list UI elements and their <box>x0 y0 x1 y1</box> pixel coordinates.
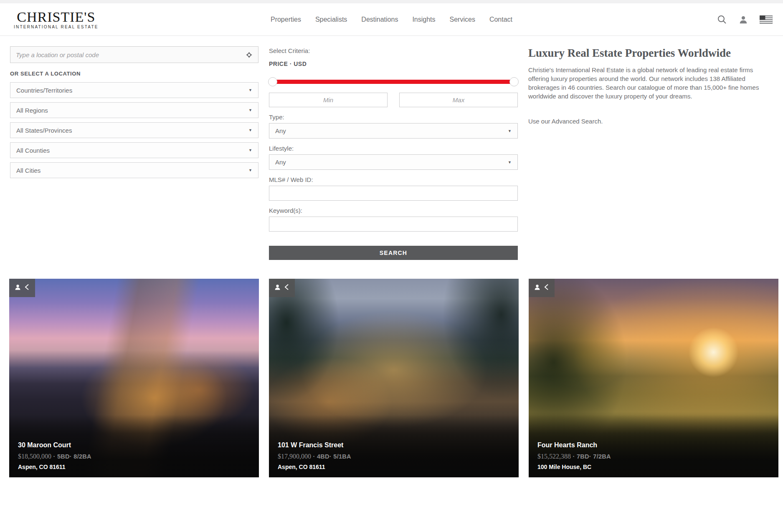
lifestyle-select[interactable]: Any ▼ <box>269 154 518 170</box>
price-slider-max-handle[interactable] <box>509 77 519 86</box>
card-action-badge <box>269 279 295 297</box>
agent-person-icon[interactable] <box>15 284 21 292</box>
nav-properties[interactable]: Properties <box>271 16 301 23</box>
advanced-search-link[interactable]: Use our Advanced Search. <box>528 118 773 125</box>
states-dropdown[interactable]: All States/Provinces ▼ <box>10 122 258 138</box>
featured-listings: 30 Maroon Court $18,500,000 · 5BD· 8/2BA… <box>0 279 783 477</box>
card-action-badge <box>529 279 555 297</box>
listing-location: 100 Mile House, BC <box>537 464 770 470</box>
chevron-down-icon: ▼ <box>248 148 252 152</box>
criteria-column: Select Criteria: PRICE · USD Type: Any ▼… <box>269 46 518 260</box>
listing-specs: · 5BD· 8/2BA <box>53 453 91 460</box>
price-min-input[interactable] <box>269 93 388 107</box>
listing-priceline: $17,900,000 · 4BD· 5/1BA <box>278 453 510 460</box>
regions-dropdown[interactable]: All Regions ▼ <box>10 102 258 118</box>
listing-priceline: $15,522,388 · 7BD· 7/2BA <box>537 453 770 460</box>
regions-dropdown-value: All Regions <box>16 107 48 114</box>
select-criteria-label: Select Criteria: <box>269 47 518 54</box>
nav-insights[interactable]: Insights <box>412 16 435 23</box>
main-nav: Properties Specialists Destinations Insi… <box>271 16 512 23</box>
listing-title: 101 W Francis Street <box>278 441 510 449</box>
brand-logo[interactable]: CHRISTIE'S INTERNATIONAL REAL ESTATE <box>14 10 99 29</box>
chevron-down-icon: ▼ <box>248 88 252 92</box>
price-slider-min-handle[interactable] <box>268 77 277 86</box>
gps-crosshair-icon[interactable] <box>245 51 253 61</box>
listing-title: Four Hearts Ranch <box>537 441 770 449</box>
type-label: Type: <box>269 113 518 121</box>
location-input-wrap <box>10 46 258 63</box>
nav-specialists[interactable]: Specialists <box>315 16 347 23</box>
nav-destinations[interactable]: Destinations <box>361 16 398 23</box>
site-header: CHRISTIE'S INTERNATIONAL REAL ESTATE Pro… <box>0 3 783 36</box>
listing-title: 30 Maroon Court <box>18 441 250 449</box>
lifestyle-label: Lifestyle: <box>269 145 518 152</box>
chevron-down-icon: ▼ <box>248 128 252 132</box>
listing-location: Aspen, CO 81611 <box>18 464 250 470</box>
counties-dropdown-value: All Counties <box>16 147 50 154</box>
keywords-label: Keyword(s): <box>269 207 518 214</box>
listing-caption: 101 W Francis Street $17,900,000 · 4BD· … <box>269 415 519 477</box>
search-section: OR SELECT A LOCATION Countries/Territori… <box>0 36 783 260</box>
listing-price: $15,522,388 <box>537 453 571 460</box>
location-input[interactable] <box>10 47 258 63</box>
listing-specs: · 4BD· 5/1BA <box>313 453 351 460</box>
cities-dropdown[interactable]: All Cities ▼ <box>10 162 258 178</box>
card-action-badge <box>9 279 35 297</box>
price-minmax-row <box>269 93 518 107</box>
price-usd-label: PRICE · USD <box>269 61 518 67</box>
type-select-value: Any <box>275 127 286 134</box>
page-title: Luxury Real Estate Properties Worldwide <box>528 46 773 60</box>
nav-services[interactable]: Services <box>450 16 475 23</box>
listing-specs: · 7BD· 7/2BA <box>573 453 611 460</box>
type-select[interactable]: Any ▼ <box>269 123 518 139</box>
brand-name: CHRISTIE'S <box>14 10 99 25</box>
nav-contact[interactable]: Contact <box>489 16 512 23</box>
share-chevron-icon[interactable] <box>544 284 549 292</box>
countries-dropdown-value: Countries/Territories <box>16 87 72 94</box>
price-slider-track[interactable] <box>270 80 517 84</box>
share-chevron-icon[interactable] <box>24 284 30 292</box>
countries-dropdown[interactable]: Countries/Territories ▼ <box>10 82 258 98</box>
intro-column: Luxury Real Estate Properties Worldwide … <box>528 46 773 260</box>
search-icon[interactable] <box>717 15 727 25</box>
us-flag-icon[interactable] <box>760 15 773 24</box>
states-dropdown-value: All States/Provinces <box>16 127 72 134</box>
listing-card[interactable]: 101 W Francis Street $17,900,000 · 4BD· … <box>269 279 519 477</box>
agent-person-icon[interactable] <box>274 284 281 292</box>
listing-price: $17,900,000 <box>278 453 311 460</box>
search-button[interactable]: SEARCH <box>269 246 518 260</box>
or-select-location-label: OR SELECT A LOCATION <box>10 71 258 77</box>
location-column: OR SELECT A LOCATION Countries/Territori… <box>10 46 258 260</box>
listing-location: Aspen, CO 81611 <box>278 464 510 470</box>
listing-priceline: $18,500,000 · 5BD· 8/2BA <box>18 453 250 460</box>
share-chevron-icon[interactable] <box>284 284 289 292</box>
agent-person-icon[interactable] <box>534 284 540 292</box>
brand-subtitle: INTERNATIONAL REAL ESTATE <box>14 25 99 29</box>
listing-card[interactable]: Four Hearts Ranch $15,522,388 · 7BD· 7/2… <box>529 279 778 477</box>
listing-caption: Four Hearts Ranch $15,522,388 · 7BD· 7/2… <box>529 415 778 477</box>
listing-card[interactable]: 30 Maroon Court $18,500,000 · 5BD· 8/2BA… <box>9 279 259 477</box>
chevron-down-icon: ▼ <box>508 160 512 164</box>
keywords-input[interactable] <box>269 217 518 232</box>
listing-caption: 30 Maroon Court $18,500,000 · 5BD· 8/2BA… <box>9 415 259 477</box>
mls-input[interactable] <box>269 186 518 201</box>
chevron-down-icon: ▼ <box>508 129 512 133</box>
chevron-down-icon: ▼ <box>248 108 252 112</box>
price-range-slider[interactable] <box>269 77 518 86</box>
chevron-down-icon: ▼ <box>248 168 252 172</box>
account-icon[interactable] <box>739 15 748 24</box>
price-max-input[interactable] <box>399 93 518 107</box>
intro-paragraph: Christie's International Real Estate is … <box>528 66 773 101</box>
mls-label: MLS# / Web ID: <box>269 176 518 183</box>
counties-dropdown[interactable]: All Counties ▼ <box>10 142 258 158</box>
listing-price: $18,500,000 <box>18 453 51 460</box>
lifestyle-select-value: Any <box>275 159 286 166</box>
cities-dropdown-value: All Cities <box>16 167 41 174</box>
top-strip <box>0 0 783 3</box>
